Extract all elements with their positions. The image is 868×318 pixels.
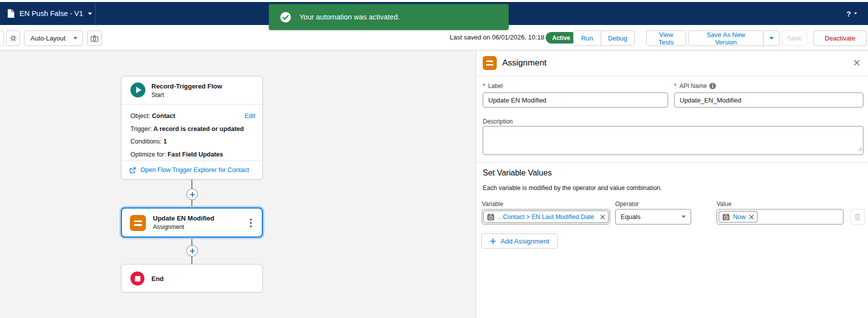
toast-message: Your automation was activated. (299, 13, 400, 21)
flow-builder-app: EN Push False - V1 ? Your automation was… (0, 0, 868, 318)
operator-select[interactable]: Equals (615, 209, 691, 224)
help-label: ? (847, 10, 851, 18)
variable-pill-text: ...Contact > EN Last Modified Date (498, 214, 597, 220)
view-tests-button[interactable]: View Tests (646, 30, 686, 46)
description-field-label-text: Description (483, 118, 513, 125)
start-detail-row: Conditions: 1 (130, 136, 253, 148)
layout-select[interactable]: Auto-Layout (24, 30, 83, 46)
detail-value: Fast Field Updates (167, 151, 223, 158)
variable-column-label: Variable (482, 200, 503, 208)
save-as-new-version-button[interactable]: Save As New Version (689, 31, 763, 46)
assignment-node-subtitle: Assignment (153, 224, 184, 230)
description-textarea[interactable] (483, 126, 864, 155)
label-input[interactable] (483, 92, 668, 108)
deactivate-button[interactable]: Deactivate (814, 30, 867, 46)
start-node-title: Record-Triggered Flow (151, 82, 222, 90)
close-icon (600, 214, 605, 220)
flow-trigger-explorer-link[interactable]: Open Flow Trigger Explorer for Contact (121, 161, 262, 179)
assignment-icon (483, 56, 497, 70)
start-node-header[interactable]: Record-Triggered Flow Start (121, 76, 262, 104)
api-name-input[interactable] (674, 92, 864, 108)
save-as-new-version-group: Save As New Version (688, 30, 780, 46)
add-element-button[interactable] (186, 245, 198, 256)
assignment-node[interactable]: Update EN Modified Assignment (121, 208, 263, 238)
add-assignment-label: Add Assignment (501, 238, 550, 245)
assignment-node-title: Update EN Modified (153, 214, 214, 222)
kebab-icon (250, 218, 252, 228)
layout-select-value: Auto-Layout (30, 34, 65, 42)
end-node[interactable]: End (121, 264, 263, 292)
add-assignment-button[interactable]: Add Assignment (481, 234, 558, 248)
help-menu[interactable]: ? (847, 2, 857, 25)
close-icon (854, 60, 860, 66)
section-title: Set Variable Values (483, 168, 552, 178)
assignment-icon (130, 215, 146, 231)
gear-icon (9, 34, 17, 42)
api-name-field-label-text: API Name (680, 82, 707, 90)
start-node-subtitle: Start (151, 92, 164, 98)
save-as-new-version-menu-button[interactable] (763, 31, 779, 46)
save-button: Save (782, 30, 807, 46)
assignment-property-panel: Assignment * Label * API Name Descriptio… (476, 50, 868, 318)
value-column-label: Value (717, 200, 732, 208)
document-icon (7, 9, 14, 18)
datetime-icon (487, 213, 495, 221)
header-divider (95, 2, 95, 25)
record-triggered-flow-icon (130, 82, 145, 98)
close-icon (749, 214, 754, 220)
value-pill: Now (719, 211, 758, 222)
required-marker: * (674, 82, 677, 90)
datetime-icon (722, 213, 730, 221)
last-saved-text: Last saved on 06/01/2026, 10:18 (450, 34, 544, 41)
detail-value: Contact (152, 112, 175, 120)
start-node-details: Object: Contact Trigger: A record is cre… (121, 104, 262, 161)
chevron-down-icon (73, 37, 77, 40)
detail-label: Optimize for: (130, 151, 166, 158)
close-panel-button[interactable] (853, 58, 861, 69)
api-name-field-label: * API Name (674, 82, 716, 90)
detail-value: A record is created or updated (153, 126, 244, 132)
section-divider (476, 162, 868, 162)
chevron-down-icon (88, 12, 92, 15)
required-marker: * (483, 82, 485, 90)
variable-combobox[interactable]: ...Contact > EN Last Modified Date (482, 209, 610, 224)
delete-assignment-button (850, 209, 865, 224)
success-check-icon (280, 12, 291, 23)
remove-value-button[interactable] (749, 214, 754, 220)
operator-select-value: Equals (621, 213, 641, 220)
toolbox-toggle-button[interactable] (0, 30, 4, 46)
remove-variable-button[interactable] (600, 214, 605, 220)
panel-header: Assignment (476, 50, 868, 76)
detail-value: 1 (163, 138, 167, 145)
end-icon (130, 272, 144, 286)
plus-icon (490, 238, 496, 244)
debug-button[interactable]: Debug (601, 31, 634, 46)
start-detail-row: Trigger: A record is created or updated (130, 123, 253, 136)
end-node-title: End (151, 275, 164, 282)
camera-icon (90, 35, 98, 42)
section-help-text: Each variable is modified by the operato… (483, 184, 662, 192)
chevron-down-icon (854, 12, 857, 14)
edit-link[interactable]: Edit (244, 110, 255, 123)
node-menu-button[interactable] (248, 218, 254, 230)
run-button[interactable]: Run (574, 31, 601, 46)
snapshot-button[interactable] (87, 30, 102, 46)
start-detail-row: Object: Contact (130, 110, 253, 123)
operator-column-label: Operator (615, 200, 639, 208)
flow-title-menu[interactable]: EN Push False - V1 (7, 2, 92, 25)
label-field-label-text: Label (488, 82, 503, 90)
toast-notification: Your automation was activated. (269, 4, 509, 30)
detail-label: Object: (130, 112, 150, 120)
description-field-label: Description (483, 118, 513, 125)
detail-label: Conditions: (130, 138, 162, 145)
info-icon[interactable] (709, 82, 716, 90)
value-input[interactable]: Now (717, 209, 844, 224)
settings-button[interactable] (6, 30, 20, 46)
start-node: Record-Triggered Flow Start Object: Cont… (121, 76, 263, 180)
flow-canvas[interactable]: Record-Triggered Flow Start Object: Cont… (0, 50, 476, 318)
value-pill-text: Now (733, 214, 746, 220)
add-element-button[interactable] (186, 188, 198, 200)
panel-title: Assignment (502, 58, 547, 68)
detail-label: Trigger: (130, 126, 152, 132)
run-debug-button-group: Run Debug (573, 30, 635, 46)
